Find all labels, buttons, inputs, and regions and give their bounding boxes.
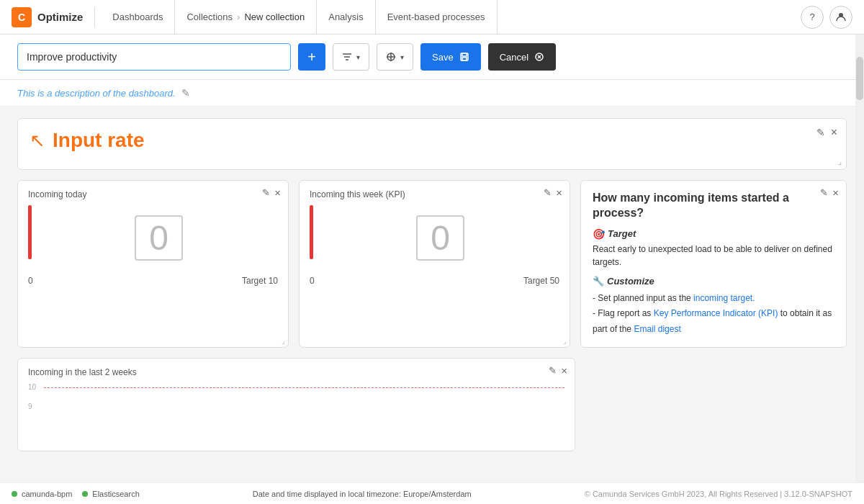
- nav-event-based[interactable]: Event-based processes: [376, 0, 498, 35]
- label-camunda: camunda-bpm: [22, 490, 72, 498]
- nav-analysis[interactable]: Analysis: [317, 0, 375, 35]
- chart-y-10: 10: [28, 383, 36, 391]
- dot-camunda: [12, 491, 17, 497]
- info-title: How many incoming items started a proces…: [593, 191, 834, 221]
- scrollbar-track: [855, 35, 864, 482]
- user-button[interactable]: [829, 6, 852, 29]
- incoming-week-left: 0: [310, 276, 315, 286]
- topnav: C Optimize Dashboards Collections › New …: [0, 0, 864, 35]
- incoming-target-link[interactable]: incoming target.: [693, 293, 755, 303]
- incoming-today-card: Incoming today ✎ × 0 0 Target 10 ⌟: [17, 180, 289, 348]
- app-name: Optimize: [37, 11, 83, 23]
- customize-item1: - Set planned input as the incoming targ…: [593, 291, 834, 307]
- breadcrumb-sep: ›: [237, 12, 240, 22]
- nav-dashboards[interactable]: Dashboards: [101, 0, 175, 35]
- incoming-today-value: 0: [135, 215, 183, 261]
- incoming-today-edit[interactable]: ✎: [262, 186, 270, 199]
- kpi-link[interactable]: Key Performance Indicator (KPI): [654, 308, 778, 318]
- info-close-button[interactable]: ×: [832, 186, 839, 199]
- filter-button[interactable]: ▾: [333, 43, 369, 71]
- version-chevron: ▾: [400, 53, 404, 61]
- widget-edit-button[interactable]: ✎: [816, 126, 825, 139]
- incoming-today-target: Target 10: [242, 276, 278, 286]
- logo-box: C: [12, 7, 32, 27]
- customize-icon: 🔧: [593, 276, 604, 287]
- customize-label: Customize: [607, 276, 654, 287]
- incoming-week-title: Incoming this week (KPI): [310, 189, 559, 199]
- description-text: This is a description of the dashboard.: [17, 88, 176, 99]
- footer-copyright: © Camunda Services GmbH 2023, All Rights…: [585, 490, 852, 498]
- incoming-today-resize[interactable]: ⌟: [282, 337, 285, 345]
- info-edit-button[interactable]: ✎: [820, 186, 828, 199]
- incoming-week-target: Target 50: [523, 276, 559, 286]
- incoming-2weeks-close[interactable]: ×: [561, 364, 567, 377]
- incoming-2weeks-title: Incoming in the last 2 weeks: [28, 367, 564, 377]
- nav-collections[interactable]: Collections › New collection: [175, 0, 317, 35]
- info-panel: ✎ × How many incoming items started a pr…: [580, 180, 847, 348]
- main-content: ↖ Input rate ✎ × ⌟ Incoming today ✎ × 0 …: [0, 107, 864, 480]
- target-desc: React early to unexpected load to be abl…: [593, 243, 834, 269]
- incoming-week-close[interactable]: ×: [556, 186, 562, 199]
- incoming-today-title: Incoming today: [28, 189, 278, 199]
- input-rate-title: Input rate: [53, 129, 145, 152]
- description-bar: This is a description of the dashboard. …: [0, 80, 864, 107]
- logo[interactable]: C Optimize: [12, 7, 95, 27]
- email-digest-link[interactable]: Email digest: [634, 324, 680, 334]
- cancel-button[interactable]: Cancel: [488, 43, 556, 71]
- incoming-2weeks-card: Incoming in the last 2 weeks ✎ × 10 9: [17, 358, 575, 451]
- add-button[interactable]: +: [298, 43, 325, 71]
- toolbar: + ▾ ▾ Save Cancel: [0, 35, 864, 80]
- help-button[interactable]: ?: [801, 6, 824, 29]
- input-rate-icon: ↖: [30, 131, 45, 150]
- footer: camunda-bpm Elasticsearch Date and time …: [0, 482, 864, 504]
- incoming-today-left: 0: [28, 276, 33, 286]
- nav-new-collection[interactable]: New collection: [244, 12, 305, 22]
- incoming-today-close[interactable]: ×: [274, 186, 281, 199]
- version-button[interactable]: ▾: [377, 43, 413, 71]
- dot-elastic: [82, 491, 88, 497]
- target-icon: 🎯: [593, 228, 605, 240]
- input-rate-widget: ↖ Input rate ✎ × ⌟: [17, 118, 847, 170]
- svg-rect-4: [462, 58, 467, 60]
- target-label: Target: [608, 228, 636, 239]
- edit-description-button[interactable]: ✎: [181, 87, 190, 99]
- title-input[interactable]: [17, 43, 291, 71]
- incoming-week-edit[interactable]: ✎: [544, 186, 552, 199]
- incoming-week-value: 0: [416, 215, 464, 261]
- svg-rect-3: [462, 53, 467, 56]
- filter-chevron: ▾: [356, 53, 360, 61]
- footer-timezone: Date and time displayed in local timezon…: [253, 490, 472, 498]
- scrollbar-thumb[interactable]: [856, 57, 863, 100]
- widget-close-button[interactable]: ×: [831, 126, 837, 139]
- chart-y-9: 9: [28, 402, 32, 410]
- chart-area: 10 9: [28, 383, 564, 441]
- incoming-week-resize[interactable]: ⌟: [563, 337, 567, 345]
- resize-handle[interactable]: ⌟: [838, 157, 842, 166]
- save-button[interactable]: Save: [420, 43, 481, 71]
- customize-item2: - Flag report as Key Performance Indicat…: [593, 306, 834, 337]
- incoming-2weeks-edit[interactable]: ✎: [549, 364, 557, 377]
- label-elastic: Elasticsearch: [92, 490, 139, 498]
- incoming-week-card: Incoming this week (KPI) ✎ × 0 0 Target …: [299, 180, 570, 348]
